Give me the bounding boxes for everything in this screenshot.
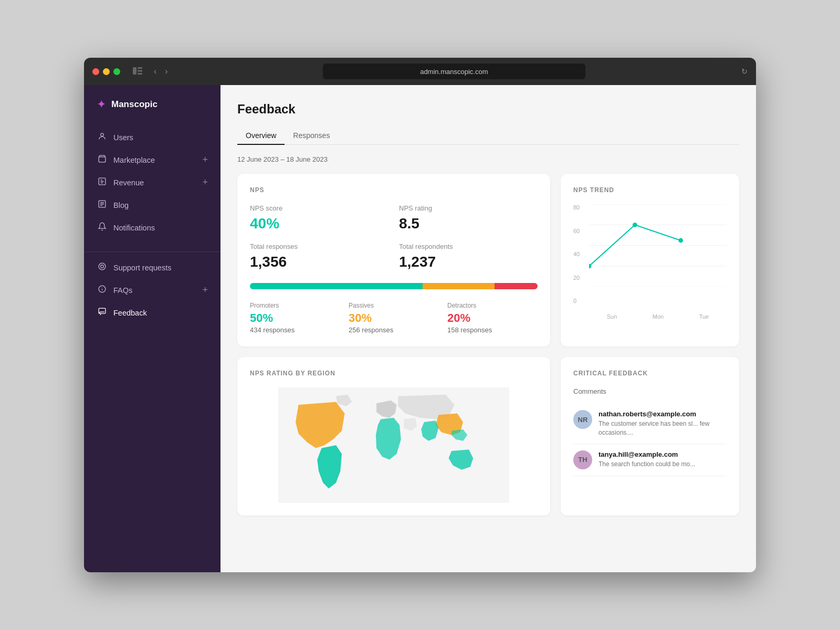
tab-overview[interactable]: Overview	[237, 127, 285, 145]
date-range: 12 June 2023 – 18 June 2023	[237, 155, 739, 163]
sidebar-item-feedback[interactable]: Feedback	[84, 301, 220, 324]
svg-rect-2	[138, 70, 142, 71]
faqs-icon	[97, 285, 107, 296]
sidebar-item-label: Revenue	[113, 178, 144, 187]
sidebar-item-blog[interactable]: Blog	[84, 194, 220, 216]
promoters-pct: 50%	[250, 311, 340, 325]
comment-text-1: The customer service has been sl... few …	[598, 419, 727, 437]
trend-chart: 80 60 40 20 0	[573, 204, 727, 320]
browser-chrome: ‹ › admin.manscopic.com ↻	[84, 58, 756, 85]
critical-subtitle: Comments	[573, 387, 727, 395]
passives-block: Passives 30% 256 responses	[349, 302, 439, 334]
nav-section-main: Users Marketplace +	[84, 126, 220, 247]
sidebar-item-notifications[interactable]: Notifications	[84, 216, 220, 239]
address-bar[interactable]: admin.manscopic.com	[323, 64, 585, 79]
total-respondents-block: Total respondents 1,237	[399, 243, 538, 270]
sidebar-item-label: Blog	[113, 201, 129, 209]
nps-score-block: NPS score 40%	[250, 204, 388, 232]
nps-card: NPS NPS score 40% NPS rating 8.5 Total r…	[237, 174, 550, 346]
detractors-pct: 20%	[447, 311, 538, 325]
total-responses-label: Total responses	[250, 243, 388, 250]
feedback-icon	[97, 307, 107, 318]
nps-rating-value: 8.5	[399, 215, 538, 232]
nps-progress-bar	[250, 283, 538, 289]
logo-icon: ✦	[97, 98, 106, 111]
region-card-title: NPS RATING BY REGION	[250, 370, 538, 377]
comment-item-1: NR nathan.roberts@example.com The custom…	[573, 404, 727, 444]
svg-rect-3	[138, 73, 142, 75]
marketplace-icon	[97, 154, 107, 165]
total-respondents-value: 1,237	[399, 254, 538, 270]
sidebar-item-label: Users	[113, 133, 133, 142]
blog-icon	[97, 200, 107, 211]
support-icon	[97, 262, 107, 273]
nav-section-secondary: Support requests FAQs +	[84, 256, 220, 332]
sidebar-item-label: FAQs	[113, 286, 132, 295]
bell-icon	[97, 222, 107, 233]
close-button[interactable]	[92, 68, 99, 75]
nav-divider	[84, 251, 220, 252]
svg-point-8	[99, 263, 106, 270]
detractors-label: Detractors	[447, 302, 538, 309]
map-svg	[250, 387, 538, 503]
detractors-block: Detractors 20% 158 responses	[447, 302, 538, 334]
comment-avatar-1: NR	[573, 410, 592, 429]
detractors-bar	[495, 283, 538, 289]
total-respondents-label: Total respondents	[399, 243, 538, 250]
nps-score-value: 40%	[250, 215, 388, 232]
user-icon	[97, 132, 107, 143]
tabs-container: Overview Responses	[237, 127, 739, 145]
comment-body-2: tanya.hill@example.com The search functi…	[598, 450, 695, 469]
svg-rect-5	[99, 157, 106, 162]
main-content: Feedback Overview Responses 12 June 2023…	[220, 85, 756, 572]
tab-responses[interactable]: Responses	[285, 127, 338, 145]
svg-rect-0	[133, 67, 136, 75]
chart-y-labels: 80 60 40 20 0	[573, 204, 588, 304]
sidebar-item-faqs[interactable]: FAQs +	[84, 279, 220, 301]
critical-feedback-card: CRITICAL FEEDBACK Comments NR nathan.rob…	[561, 357, 739, 516]
trend-chart-svg	[589, 204, 727, 287]
marketplace-plus-icon[interactable]: +	[202, 154, 208, 165]
nps-rating-block: NPS rating 8.5	[399, 204, 538, 232]
region-map-card: NPS RATING BY REGION	[237, 357, 550, 516]
nps-card-title: NPS	[250, 186, 538, 194]
nps-rating-label: NPS rating	[399, 204, 538, 212]
promoters-count: 434 responses	[250, 326, 340, 334]
sidebar-item-label: Support requests	[113, 264, 171, 272]
comment-item-2: TH tanya.hill@example.com The search fun…	[573, 444, 727, 476]
revenue-icon	[97, 177, 107, 188]
back-button[interactable]: ‹	[151, 65, 160, 78]
sidebar-item-revenue[interactable]: Revenue +	[84, 171, 220, 194]
sidebar-item-marketplace[interactable]: Marketplace +	[84, 149, 220, 171]
total-responses-block: Total responses 1,356	[250, 243, 388, 270]
logo-text: Manscopic	[111, 99, 158, 110]
svg-rect-1	[138, 67, 142, 69]
sidebar-item-support[interactable]: Support requests	[84, 256, 220, 279]
faqs-plus-icon[interactable]: +	[202, 285, 208, 296]
sidebar-item-users[interactable]: Users	[84, 126, 220, 149]
passives-count: 256 responses	[349, 326, 439, 334]
svg-point-9	[100, 265, 103, 268]
promoters-block: Promoters 50% 434 responses	[250, 302, 340, 334]
sidebar-item-label: Feedback	[113, 309, 147, 317]
promoters-bar	[250, 283, 423, 289]
passives-bar	[423, 283, 495, 289]
page-title: Feedback	[237, 102, 739, 117]
address-text: admin.manscopic.com	[420, 68, 488, 76]
svg-point-19	[678, 238, 683, 243]
forward-button[interactable]: ›	[162, 65, 171, 78]
world-map	[250, 387, 538, 503]
minimize-button[interactable]	[103, 68, 110, 75]
maximize-button[interactable]	[113, 68, 120, 75]
sidebar-item-label: Marketplace	[113, 156, 155, 164]
sidebar-logo: ✦ Manscopic	[84, 98, 220, 126]
nps-score-label: NPS score	[250, 204, 388, 212]
sidebar: ✦ Manscopic Users	[84, 85, 220, 572]
sidebar-toggle-button[interactable]	[131, 65, 144, 78]
comment-body-1: nathan.roberts@example.com The customer …	[598, 410, 727, 437]
comment-email-1: nathan.roberts@example.com	[598, 410, 727, 418]
trend-card-title: NPS TREND	[573, 186, 727, 194]
reload-button[interactable]: ↻	[741, 67, 748, 76]
passives-pct: 30%	[349, 311, 439, 325]
revenue-plus-icon[interactable]: +	[202, 177, 208, 188]
